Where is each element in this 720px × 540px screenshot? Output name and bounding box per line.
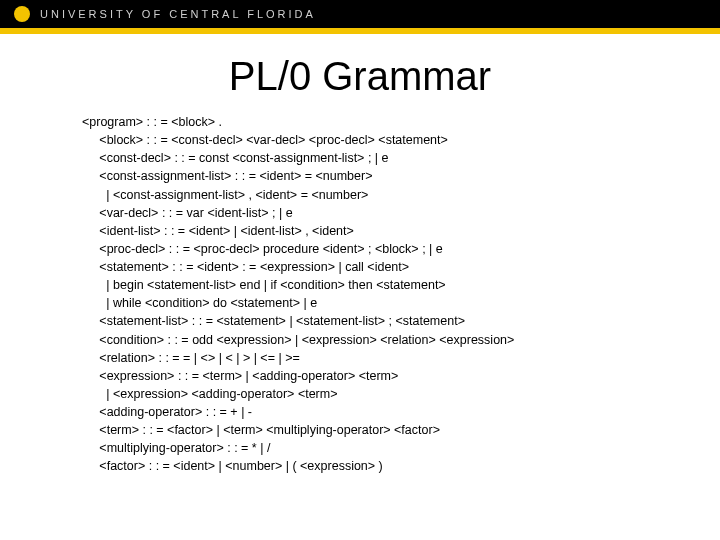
- ucf-logo-icon: [14, 6, 30, 22]
- org-name: UNIVERSITY OF CENTRAL FLORIDA: [40, 8, 316, 20]
- slide-content: PL/0 Grammar <program> : : = <block> . <…: [0, 34, 720, 476]
- grammar-body: <program> : : = <block> . <block> : : = …: [40, 113, 680, 476]
- page-title: PL/0 Grammar: [40, 54, 680, 99]
- header-bar: UNIVERSITY OF CENTRAL FLORIDA: [0, 0, 720, 28]
